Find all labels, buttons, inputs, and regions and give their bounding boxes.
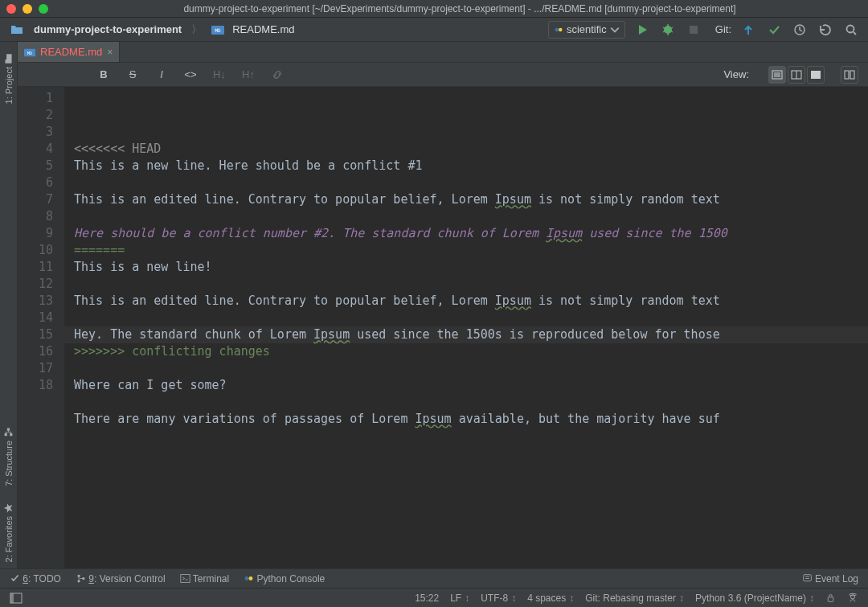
strikethrough-button[interactable]: S: [124, 66, 141, 84]
code-editor[interactable]: 123456789101112131415161718 <<<<<<< HEAD…: [18, 87, 868, 568]
vcs-update-button[interactable]: [739, 21, 757, 39]
line-number-gutter: 123456789101112131415161718: [18, 87, 64, 568]
svg-rect-8: [5, 433, 7, 436]
vcs-history-button[interactable]: [791, 21, 809, 39]
view-preview-button[interactable]: [807, 66, 825, 84]
bold-button[interactable]: B: [95, 66, 113, 84]
link-button[interactable]: [268, 66, 286, 84]
run-button[interactable]: [633, 21, 651, 39]
view-layout-group: [841, 66, 858, 84]
zoom-window-button[interactable]: [39, 4, 48, 14]
terminal-tool-tab[interactable]: Terminal: [180, 573, 229, 584]
view-mode-group: [768, 66, 825, 84]
italic-button[interactable]: I: [153, 66, 170, 84]
indent-settings[interactable]: 4 spaces: [527, 593, 574, 604]
caret-position[interactable]: 15:22: [415, 593, 439, 604]
git-branch[interactable]: Git: Rebasing master: [585, 593, 684, 604]
markdown-toolbar: B S I <> H↓ H↑ View:: [18, 63, 868, 87]
markdown-file-icon: MD: [211, 21, 224, 39]
inspector-icon[interactable]: [847, 593, 858, 604]
titlebar: dummy-project-to-experiment [~/DevExperi…: [0, 0, 868, 18]
stop-button[interactable]: [685, 21, 702, 39]
navigation-bar: dummy-project-to-experiment 〉 MD README.…: [0, 18, 868, 42]
line-separator[interactable]: LF: [450, 593, 469, 604]
window-title: dummy-project-to-experiment [~/DevExperi…: [58, 3, 862, 14]
git-label: Git:: [715, 23, 731, 35]
svg-rect-27: [828, 597, 833, 602]
svg-rect-10: [7, 428, 10, 430]
svg-point-28: [850, 594, 854, 598]
svg-text:MD: MD: [27, 50, 32, 55]
breadcrumb-file[interactable]: README.md: [232, 23, 294, 35]
svg-point-3: [559, 27, 563, 31]
main-area: 1: Project 7: Structure 2: Favorites MD …: [0, 42, 868, 568]
structure-tool-tab[interactable]: 7: Structure: [2, 420, 15, 493]
bottom-tool-tabs: 6: TODO 9: Version Control Terminal Pyth…: [0, 568, 868, 588]
run-configuration-selector[interactable]: scientific: [548, 21, 625, 39]
svg-point-7: [847, 25, 854, 32]
tool-windows-button[interactable]: [10, 589, 23, 607]
code-button[interactable]: <>: [182, 66, 199, 84]
svg-point-19: [77, 580, 80, 582]
star-icon: [3, 502, 14, 513]
python-console-tool-tab[interactable]: Python Console: [244, 573, 325, 584]
svg-rect-17: [850, 71, 854, 79]
lock-icon[interactable]: [825, 593, 836, 603]
svg-point-23: [249, 576, 253, 580]
current-line-highlight: [64, 326, 868, 343]
breadcrumb-separator: 〉: [191, 23, 202, 37]
svg-rect-26: [10, 593, 14, 603]
header-down-button[interactable]: H↓: [211, 66, 228, 84]
svg-point-2: [555, 27, 559, 31]
debug-button[interactable]: [659, 21, 677, 39]
editor-tab-readme[interactable]: MD README.md ×: [18, 42, 120, 62]
svg-point-4: [664, 26, 672, 34]
code-content[interactable]: <<<<<<< HEADThis is a new line. Here sho…: [64, 87, 868, 568]
svg-rect-15: [811, 71, 821, 79]
svg-point-22: [245, 576, 249, 580]
version-control-tool-tab[interactable]: 9: Version Control: [76, 573, 166, 584]
project-tool-tab[interactable]: 1: Project: [2, 47, 15, 110]
tab-label: README.md: [40, 46, 102, 58]
folder-icon: [8, 21, 26, 39]
svg-rect-9: [10, 433, 12, 436]
chevron-down-icon: [610, 25, 620, 35]
window-controls: [6, 4, 48, 14]
left-tool-strip: 1: Project 7: Structure 2: Favorites: [0, 42, 18, 568]
header-up-button[interactable]: H↑: [240, 66, 257, 84]
minimize-window-button[interactable]: [23, 4, 32, 14]
markdown-file-icon: MD: [24, 47, 35, 58]
view-label: View:: [723, 68, 749, 80]
favorites-tool-tab[interactable]: 2: Favorites: [2, 496, 15, 568]
breadcrumb-project[interactable]: dummy-project-to-experiment: [34, 23, 182, 35]
view-split-button[interactable]: [788, 66, 805, 84]
svg-point-18: [77, 574, 80, 576]
python-interpreter[interactable]: Python 3.6 (ProjectName): [695, 593, 814, 604]
view-editor-only-button[interactable]: [768, 66, 786, 84]
vcs-commit-button[interactable]: [765, 21, 783, 39]
search-everywhere-button[interactable]: [842, 21, 860, 39]
svg-text:MD: MD: [215, 27, 222, 33]
todo-tool-tab[interactable]: 6: TODO: [10, 573, 61, 584]
view-layout-button[interactable]: [841, 66, 858, 84]
svg-rect-5: [690, 26, 698, 34]
run-config-label: scientific: [567, 23, 607, 35]
project-icon: [3, 53, 14, 64]
svg-rect-24: [803, 574, 811, 580]
structure-icon: [3, 427, 14, 437]
svg-point-20: [82, 576, 84, 579]
close-window-button[interactable]: [6, 4, 16, 14]
svg-rect-16: [845, 71, 849, 79]
event-log-tool-tab[interactable]: Event Log: [802, 573, 858, 584]
file-encoding[interactable]: UTF-8: [481, 593, 516, 604]
svg-rect-21: [181, 574, 190, 582]
close-tab-button[interactable]: ×: [107, 47, 113, 58]
editor-area: MD README.md × B S I <> H↓ H↑ View:: [18, 42, 868, 568]
status-bar: 15:22 LF UTF-8 4 spaces Git: Rebasing ma…: [0, 588, 868, 607]
editor-tabs: MD README.md ×: [18, 42, 868, 63]
vcs-revert-button[interactable]: [817, 21, 834, 39]
